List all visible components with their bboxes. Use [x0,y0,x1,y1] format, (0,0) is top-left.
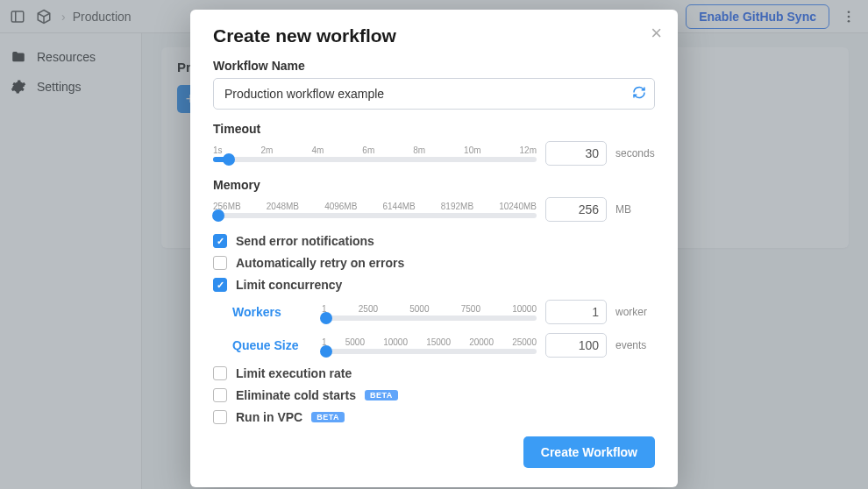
workers-label: Workers [232,305,313,319]
queue-thumb[interactable] [320,345,332,358]
memory-label: Memory [213,178,655,192]
workers-input[interactable] [545,300,607,324]
create-workflow-button[interactable]: Create Workflow [523,436,655,468]
workflow-name-label: Workflow Name [213,59,655,73]
memory-ticks: 256MB 2048MB 4096MB 6144MB 8192MB 10240M… [213,202,537,211]
modal-overlay: × Create new workflow Workflow Name Time… [0,0,868,489]
checkbox-icon[interactable] [213,410,227,424]
check-auto-retry[interactable]: Automatically retry on errors [213,256,655,270]
options: Send error notifications Automatically r… [213,234,655,424]
close-icon[interactable]: × [651,22,662,45]
checkbox-icon[interactable] [213,278,227,292]
check-error-notifications[interactable]: Send error notifications [213,234,655,248]
workers-unit: worker [615,306,655,318]
regenerate-icon[interactable] [632,86,646,103]
queue-input[interactable] [545,333,607,358]
timeout-input[interactable] [545,141,607,166]
memory-input[interactable] [545,197,607,222]
timeout-ticks: 1s 2m 4m 6m 8m 10m 12m [213,145,537,155]
create-workflow-modal: × Create new workflow Workflow Name Time… [190,10,678,487]
beta-badge: BETA [365,390,398,400]
timeout-label: Timeout [213,122,655,136]
queue-ticks: 1 5000 10000 15000 20000 25000 [322,337,537,347]
timeout-slider[interactable] [213,157,537,162]
check-limit-concurrency[interactable]: Limit concurrency [213,278,655,292]
modal-title: Create new workflow [213,25,655,46]
queue-slider[interactable] [322,349,537,354]
timeout-unit: seconds [615,147,655,159]
workers-thumb[interactable] [320,312,332,324]
memory-slider[interactable] [213,213,537,218]
memory-thumb[interactable] [212,209,224,222]
workflow-name-input[interactable] [213,78,655,110]
checkbox-icon[interactable] [213,234,227,248]
memory-unit: MB [615,203,655,216]
timeout-thumb[interactable] [223,153,235,166]
timeout-section: Timeout 1s 2m 4m 6m 8m 10m 12m [213,122,655,166]
check-run-vpc[interactable]: Run in VPC BETA [213,410,655,424]
memory-section: Memory 256MB 2048MB 4096MB 6144MB 8192MB… [213,178,655,222]
check-limit-rate[interactable]: Limit execution rate [213,366,655,380]
workflow-name-wrap [213,78,655,110]
checkbox-icon[interactable] [213,256,227,270]
checkbox-icon[interactable] [213,366,227,380]
modal-footer: Create Workflow [213,436,655,468]
checkbox-icon[interactable] [213,388,227,402]
check-cold-starts[interactable]: Eliminate cold starts BETA [213,388,655,402]
workers-ticks: 1 2500 5000 7500 10000 [322,304,537,314]
beta-badge: BETA [311,412,345,422]
concurrency-sub: Workers 1 2500 5000 7500 10000 [232,300,655,358]
queue-label: Queue Size [232,338,313,352]
workers-slider[interactable] [322,315,537,321]
queue-unit: events [615,339,655,351]
